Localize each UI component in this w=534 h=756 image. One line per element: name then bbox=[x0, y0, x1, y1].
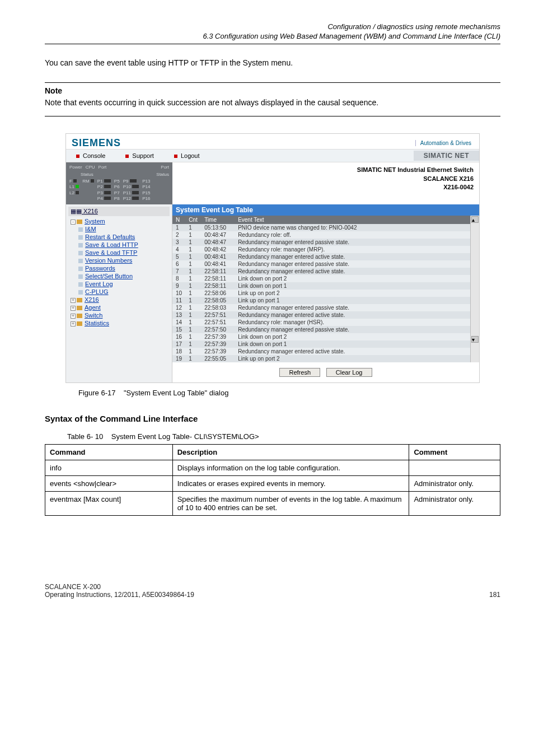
lbl-p13: P13 bbox=[142, 179, 150, 184]
scroll-up-icon[interactable]: ▴ bbox=[471, 216, 479, 223]
cell-cnt: 1 bbox=[185, 304, 201, 311]
clear-log-button[interactable]: Clear Log bbox=[326, 368, 372, 377]
tree-item[interactable]: C-PLUG bbox=[68, 288, 170, 296]
scroll-down-icon[interactable]: ▾ bbox=[471, 336, 479, 343]
cell-n: 3 bbox=[172, 239, 185, 246]
document-icon bbox=[78, 235, 83, 240]
table-row[interactable]: 10122:58:06Link up on port 2 bbox=[172, 290, 470, 297]
cell-time: 00:48:41 bbox=[201, 253, 235, 260]
table-row[interactable]: 13122:57:51Redundancy manager entered ac… bbox=[172, 311, 470, 319]
table-row[interactable]: 7122:58:11Redundancy manager entered act… bbox=[172, 268, 470, 275]
cell-n: 1 bbox=[172, 224, 185, 231]
cell-comment bbox=[409, 460, 500, 475]
tree-expand-icon[interactable]: + bbox=[71, 314, 76, 319]
tree-item[interactable]: Version Numbers bbox=[68, 256, 170, 264]
menu-logout[interactable]: Logout bbox=[164, 151, 210, 161]
cell-n: 7 bbox=[172, 268, 185, 275]
table-row[interactable]: 1105:13:50PNIO device name was changed t… bbox=[172, 224, 470, 231]
cell-event: Link down on port 2 bbox=[235, 275, 470, 282]
table-row[interactable]: 3100:48:47Redundancy manager entered pas… bbox=[172, 239, 470, 246]
document-icon bbox=[78, 267, 83, 271]
tree-item[interactable]: Save & Load TFTP bbox=[68, 249, 170, 256]
table-row[interactable]: 16122:57:39Link down on port 2 bbox=[172, 333, 470, 340]
led-icon bbox=[135, 185, 139, 188]
tree-item[interactable]: Save & Load HTTP bbox=[68, 241, 170, 249]
lbl-p16: P16 bbox=[142, 196, 150, 201]
table-row[interactable]: 14122:57:51Redundancy role: manager (HSR… bbox=[172, 319, 470, 326]
col-time[interactable]: Time bbox=[201, 216, 235, 224]
menu-support[interactable]: Support bbox=[115, 151, 164, 161]
device-led-panel: Power CPU Port Port x x Status Status F … bbox=[66, 162, 172, 204]
cell-cnt: 1 bbox=[185, 348, 201, 355]
table-row[interactable]: 2100:48:47Redundancy role: off. bbox=[172, 231, 470, 239]
cell-n: 17 bbox=[172, 340, 185, 348]
led-icon bbox=[107, 179, 111, 183]
lbl-p15: P15 bbox=[142, 190, 150, 195]
tree-folder-system[interactable]: -System bbox=[68, 217, 170, 225]
table-row[interactable]: 12122:58:03Redundancy manager entered pa… bbox=[172, 304, 470, 311]
cell-cnt: 1 bbox=[185, 282, 201, 290]
menu-console[interactable]: Console bbox=[66, 151, 115, 161]
table-row[interactable]: 9122:58:11Link down on port 1 bbox=[172, 282, 470, 290]
lbl-p12: P12 bbox=[123, 196, 131, 201]
cell-event: Redundancy manager entered active state. bbox=[235, 348, 470, 355]
cell-time: 22:58:11 bbox=[201, 282, 235, 290]
table-row[interactable]: 5100:48:41Redundancy manager entered act… bbox=[172, 253, 470, 260]
table-row[interactable]: 11122:58:05Link up on port 1 bbox=[172, 297, 470, 304]
folder-icon bbox=[77, 298, 82, 302]
tree-folder[interactable]: +Statistics bbox=[68, 319, 170, 327]
led-icon bbox=[133, 179, 137, 183]
log-pane: System Event Log Table N Cnt Time Event … bbox=[172, 204, 479, 382]
table-row[interactable]: 17122:57:39Link down on port 1 bbox=[172, 340, 470, 348]
table-row[interactable]: 19122:55:05Link up on port 2 bbox=[172, 355, 470, 362]
col-cnt[interactable]: Cnt bbox=[185, 216, 201, 224]
tree-folder[interactable]: +Agent bbox=[68, 304, 170, 311]
document-icon bbox=[78, 227, 83, 232]
lbl-p6: P6 bbox=[114, 184, 120, 189]
cell-n: 10 bbox=[172, 290, 185, 297]
tree-folder[interactable]: +Switch bbox=[68, 311, 170, 319]
table-row[interactable]: 15122:57:50Redundancy manager entered pa… bbox=[172, 326, 470, 333]
tree-item[interactable]: Passwords bbox=[68, 264, 170, 272]
menu-logout-label: Logout bbox=[181, 152, 200, 159]
tree-item[interactable]: Select/Set Button bbox=[68, 272, 170, 280]
tree-item[interactable]: Event Log bbox=[68, 280, 170, 288]
cell-cnt: 1 bbox=[185, 311, 201, 319]
tree-root[interactable]: ▦▦ X216 bbox=[68, 207, 170, 216]
cell-time: 00:48:41 bbox=[201, 260, 235, 268]
cell-time: 22:57:51 bbox=[201, 311, 235, 319]
refresh-button[interactable]: Refresh bbox=[279, 368, 320, 377]
cell-time: 00:48:47 bbox=[201, 239, 235, 246]
table-row[interactable]: 6100:48:41Redundancy manager entered pas… bbox=[172, 260, 470, 268]
cell-time: 22:58:11 bbox=[201, 275, 235, 282]
tree-collapse-icon[interactable]: - bbox=[71, 220, 76, 225]
scrollbar[interactable]: ▴ ▾ bbox=[470, 216, 479, 362]
led-icon bbox=[135, 197, 139, 200]
col-n[interactable]: N bbox=[172, 216, 185, 224]
tree-expand-icon[interactable]: + bbox=[71, 321, 76, 326]
lbl-port2: Port bbox=[161, 165, 169, 170]
table-row[interactable]: 8122:58:11Link down on port 2 bbox=[172, 275, 470, 282]
device-title-block: SIMATIC NET Industrial Ethernet Switch S… bbox=[172, 162, 479, 204]
table-row: infoDisplays information on the log tabl… bbox=[45, 460, 500, 475]
cell-cnt: 1 bbox=[185, 239, 201, 246]
table-row[interactable]: 18122:57:39Redundancy manager entered ac… bbox=[172, 348, 470, 355]
tree-item[interactable]: Restart & Defaults bbox=[68, 233, 170, 241]
tree-folder[interactable]: +X216 bbox=[68, 296, 170, 304]
tree-expand-icon[interactable]: + bbox=[71, 306, 76, 311]
lbl-port: Port bbox=[99, 165, 107, 170]
tree-expand-icon[interactable]: + bbox=[71, 298, 76, 303]
tree-item[interactable]: I&M bbox=[68, 225, 170, 233]
cell-n: 2 bbox=[172, 231, 185, 239]
footer-docinfo: Operating Instructions, 12/2011, A5E0034… bbox=[45, 591, 194, 599]
table-row[interactable]: 4100:48:42Redundancy role: manager (MRP)… bbox=[172, 246, 470, 253]
cell-n: 16 bbox=[172, 333, 185, 340]
figure-caption: Figure 6-17 "System Event Log Table" dia… bbox=[78, 389, 500, 397]
cell-cnt: 1 bbox=[185, 319, 201, 326]
device-line3: X216-0042 bbox=[178, 183, 474, 192]
table-caption: Table 6- 10 System Event Log Table- CLI\… bbox=[67, 432, 500, 441]
cell-cnt: 1 bbox=[185, 340, 201, 348]
document-icon bbox=[78, 243, 83, 248]
cell-time: 00:48:42 bbox=[201, 246, 235, 253]
col-event[interactable]: Event Text bbox=[235, 216, 470, 224]
